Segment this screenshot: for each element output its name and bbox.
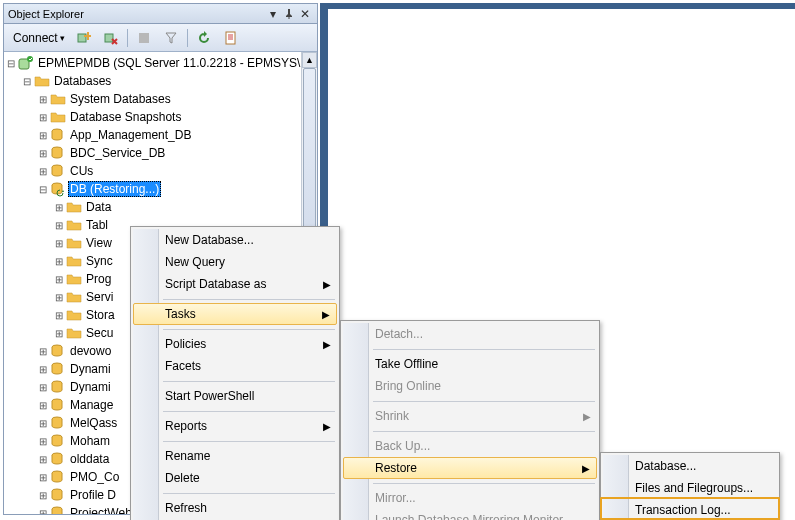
menu-item[interactable]: Reports▶ (133, 415, 337, 437)
server-icon (18, 55, 34, 71)
toolbar-btn-1[interactable] (71, 27, 97, 49)
expand-icon[interactable]: ⊞ (36, 434, 50, 448)
tree-label: System Databases (68, 92, 173, 106)
collapse-icon[interactable]: ⊟ (20, 74, 34, 88)
menu-item[interactable]: Delete (133, 467, 337, 489)
expand-icon[interactable]: ⊞ (52, 200, 66, 214)
menu-item[interactable]: Transaction Log... (603, 499, 777, 520)
menu-item[interactable]: Facets (133, 355, 337, 377)
tree-label: Prog (84, 272, 113, 286)
expand-icon[interactable]: ⊞ (52, 326, 66, 340)
menu-item[interactable]: New Database... (133, 229, 337, 251)
expand-icon[interactable]: ⊞ (36, 470, 50, 484)
menu-item[interactable]: Restore▶ (343, 457, 597, 479)
expand-icon[interactable]: ⊞ (36, 128, 50, 142)
expand-icon[interactable]: ⊞ (36, 92, 50, 106)
expand-icon[interactable]: ⊞ (36, 146, 50, 160)
menu-item[interactable]: Rename (133, 445, 337, 467)
database-icon (50, 163, 66, 179)
menu-item[interactable]: Refresh (133, 497, 337, 519)
tree-node-db-restoring[interactable]: ⊟ DB (Restoring...) (4, 180, 317, 198)
menu-item-label: Files and Filegroups... (635, 481, 753, 495)
expand-icon[interactable]: ⊞ (36, 488, 50, 502)
tree-node[interactable]: ⊞ Database Snapshots (4, 108, 317, 126)
menu-item-label: Take Offline (375, 357, 438, 371)
folder-icon (66, 307, 82, 323)
menu-separator (373, 429, 595, 433)
tree-node[interactable]: ⊞ BDC_Service_DB (4, 144, 317, 162)
expand-icon[interactable]: ⊞ (36, 344, 50, 358)
database-restore-icon (50, 181, 66, 197)
menu-separator (163, 379, 335, 383)
folder-icon (66, 253, 82, 269)
menu-separator (373, 399, 595, 403)
database-icon (50, 379, 66, 395)
toolbar-btn-2[interactable] (98, 27, 124, 49)
menu-separator (373, 481, 595, 485)
expand-icon[interactable]: ⊞ (36, 398, 50, 412)
menu-item-label: Bring Online (375, 379, 441, 393)
tree-node[interactable]: ⊞ CUs (4, 162, 317, 180)
tree-node-server[interactable]: ⊟ EPM\EPMDB (SQL Server 11.0.2218 - EPMS… (4, 54, 317, 72)
tree-label: olddata (68, 452, 111, 466)
script-icon (223, 30, 239, 46)
menu-item[interactable]: Take Offline (343, 353, 597, 375)
toolbar: Connect ▾ (4, 24, 317, 52)
folder-icon (50, 109, 66, 125)
database-icon (50, 397, 66, 413)
connect-button[interactable]: Connect ▾ (8, 27, 70, 49)
expand-icon[interactable]: ⊞ (36, 452, 50, 466)
menu-separator (373, 347, 595, 351)
tree-node[interactable]: ⊞ System Databases (4, 90, 317, 108)
tree-label: Servi (84, 290, 115, 304)
tree-label: BDC_Service_DB (68, 146, 167, 160)
expand-icon[interactable]: ⊞ (36, 506, 50, 514)
database-icon (50, 487, 66, 503)
collapse-icon[interactable]: ⊟ (36, 182, 50, 196)
menu-item[interactable]: New Query (133, 251, 337, 273)
expand-icon[interactable]: ⊞ (36, 380, 50, 394)
expand-icon[interactable]: ⊞ (52, 254, 66, 268)
close-icon[interactable]: ✕ (297, 7, 313, 21)
expand-icon[interactable]: ⊞ (52, 236, 66, 250)
panel-header[interactable]: Object Explorer ▾ ✕ (4, 4, 317, 24)
expand-icon[interactable]: ⊞ (36, 110, 50, 124)
menu-item: Mirror... (343, 487, 597, 509)
toolbar-btn-script[interactable] (218, 27, 244, 49)
toolbar-btn-refresh[interactable] (191, 27, 217, 49)
menu-item[interactable]: Tasks▶ (133, 303, 337, 325)
expand-icon[interactable]: ⊞ (36, 362, 50, 376)
submenu-arrow-icon: ▶ (322, 309, 330, 320)
menu-item-label: New Query (165, 255, 225, 269)
expand-icon[interactable]: ⊞ (36, 164, 50, 178)
expand-icon[interactable]: ⊞ (52, 308, 66, 322)
menu-item[interactable]: Start PowerShell (133, 385, 337, 407)
toolbar-btn-filter[interactable] (158, 27, 184, 49)
stop-icon (136, 30, 152, 46)
menu-item[interactable]: Script Database as▶ (133, 273, 337, 295)
tree-label: Moham (68, 434, 112, 448)
tree-node[interactable]: ⊞ App_Management_DB (4, 126, 317, 144)
database-icon (50, 451, 66, 467)
tree-label: Dynami (68, 362, 113, 376)
dropdown-icon[interactable]: ▾ (265, 7, 281, 21)
scroll-up-icon[interactable]: ▲ (302, 52, 317, 68)
tree-node[interactable]: ⊞ Data (4, 198, 317, 216)
menu-item[interactable]: Policies▶ (133, 333, 337, 355)
submenu-tasks: Detach... Take Offline Bring Online Shri… (340, 320, 600, 520)
expand-icon[interactable]: ⊞ (52, 290, 66, 304)
expand-icon[interactable]: ⊞ (36, 416, 50, 430)
expand-icon[interactable]: ⊞ (52, 272, 66, 286)
toolbar-btn-stop[interactable] (131, 27, 157, 49)
menu-item[interactable]: Database... (603, 455, 777, 477)
pin-icon[interactable] (281, 7, 297, 21)
menu-item[interactable]: Files and Filegroups... (603, 477, 777, 499)
tree-node-databases[interactable]: ⊟ Databases (4, 72, 317, 90)
folder-icon (66, 217, 82, 233)
expand-icon[interactable]: ⊞ (52, 218, 66, 232)
server-x-icon (103, 30, 119, 46)
database-icon (50, 343, 66, 359)
svg-rect-1 (105, 34, 113, 42)
collapse-icon[interactable]: ⊟ (4, 56, 18, 70)
folder-icon (66, 271, 82, 287)
